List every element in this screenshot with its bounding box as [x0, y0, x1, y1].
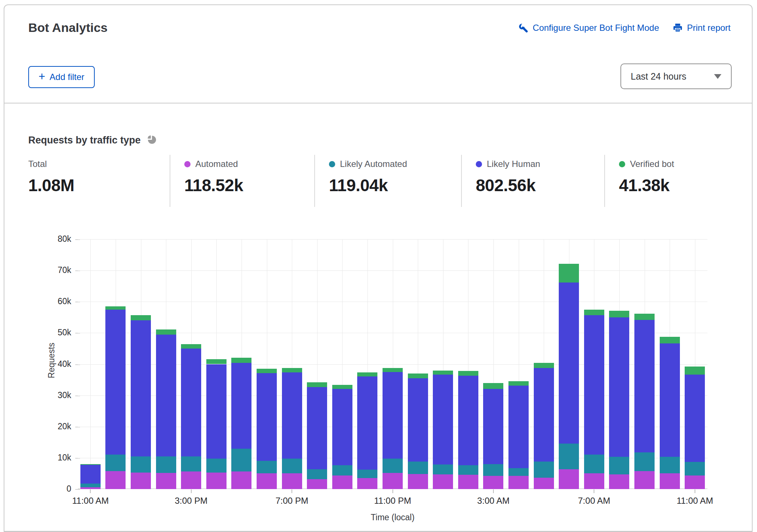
bar-segment[interactable]: [357, 376, 377, 470]
bar-segment[interactable]: [105, 310, 126, 455]
bar-segment[interactable]: [332, 385, 352, 389]
bar-segment[interactable]: [383, 372, 403, 459]
bar-segment[interactable]: [131, 315, 151, 320]
bar-segment[interactable]: [534, 368, 554, 462]
bar-segment[interactable]: [156, 335, 176, 456]
bar-segment[interactable]: [282, 473, 302, 489]
bar-segment[interactable]: [458, 376, 478, 465]
bar-segment[interactable]: [660, 457, 680, 473]
bar-segment[interactable]: [80, 464, 101, 465]
bar-segment[interactable]: [609, 474, 629, 489]
bar-segment[interactable]: [584, 455, 604, 474]
bar-segment[interactable]: [408, 474, 428, 489]
bar-segment[interactable]: [559, 469, 579, 489]
bar-segment[interactable]: [483, 464, 503, 476]
bar-segment[interactable]: [257, 369, 277, 373]
bar-segment[interactable]: [685, 475, 705, 489]
bar-segment[interactable]: [508, 476, 529, 489]
bar-segment[interactable]: [408, 374, 428, 378]
bar-segment[interactable]: [156, 456, 176, 473]
bar-segment[interactable]: [508, 381, 529, 386]
bar-segment[interactable]: [685, 375, 705, 462]
bar-segment[interactable]: [231, 449, 251, 471]
bar-segment[interactable]: [332, 475, 352, 489]
bar-segment[interactable]: [257, 473, 277, 489]
bar-segment[interactable]: [559, 444, 579, 469]
bar-segment[interactable]: [584, 310, 604, 315]
bar-segment[interactable]: [433, 375, 453, 464]
bar-segment[interactable]: [609, 317, 629, 457]
bar-segment[interactable]: [231, 363, 251, 449]
bar-segment[interactable]: [634, 452, 655, 471]
bar-segment[interactable]: [609, 311, 629, 317]
bar-segment[interactable]: [282, 368, 302, 373]
bar-segment[interactable]: [332, 389, 352, 466]
bar-segment[interactable]: [307, 382, 327, 387]
bar-segment[interactable]: [357, 372, 377, 376]
bar-segment[interactable]: [206, 473, 227, 489]
bar-segment[interactable]: [383, 368, 403, 372]
print-report-link[interactable]: Print report: [673, 23, 731, 33]
bar-segment[interactable]: [685, 367, 705, 375]
bar-segment[interactable]: [282, 372, 302, 458]
bar-segment[interactable]: [534, 363, 554, 368]
bar-segment[interactable]: [634, 314, 655, 320]
bar-segment[interactable]: [634, 320, 655, 453]
bar-segment[interactable]: [534, 462, 554, 478]
bar-segment[interactable]: [508, 386, 529, 468]
bar-segment[interactable]: [357, 478, 377, 489]
bar-segment[interactable]: [181, 349, 201, 456]
bar-segment[interactable]: [357, 470, 377, 478]
bar-segment[interactable]: [282, 459, 302, 474]
bar-segment[interactable]: [80, 465, 101, 483]
bar-segment[interactable]: [408, 378, 428, 462]
bar-segment[interactable]: [634, 471, 655, 489]
bar-segment[interactable]: [458, 475, 478, 489]
bar-segment[interactable]: [231, 471, 251, 489]
bar-segment[interactable]: [307, 469, 327, 479]
bar-segment[interactable]: [433, 464, 453, 474]
bar-segment[interactable]: [458, 371, 478, 376]
configure-super-bot-fight-mode-link[interactable]: Configure Super Bot Fight Mode: [518, 23, 659, 33]
bar-segment[interactable]: [660, 473, 680, 489]
bar-segment[interactable]: [131, 320, 151, 456]
bar-segment[interactable]: [131, 456, 151, 472]
bar-segment[interactable]: [559, 264, 579, 283]
bar-segment[interactable]: [685, 462, 705, 475]
bar-segment[interactable]: [131, 473, 151, 489]
bar-segment[interactable]: [156, 473, 176, 489]
bar-segment[interactable]: [408, 462, 428, 474]
time-range-select[interactable]: Last 24 hours: [620, 63, 732, 89]
bar-segment[interactable]: [534, 478, 554, 489]
bar-segment[interactable]: [483, 476, 503, 489]
bar-segment[interactable]: [231, 358, 251, 363]
bar-segment[interactable]: [383, 459, 403, 473]
bar-segment[interactable]: [156, 329, 176, 335]
bar-segment[interactable]: [257, 461, 277, 473]
bar-segment[interactable]: [660, 337, 680, 343]
bar-segment[interactable]: [508, 468, 529, 476]
bar-segment[interactable]: [660, 343, 680, 457]
bar-segment[interactable]: [609, 457, 629, 474]
bar-segment[interactable]: [105, 471, 126, 489]
bar-segment[interactable]: [105, 306, 126, 310]
bar-segment[interactable]: [433, 371, 453, 375]
bar-segment[interactable]: [181, 344, 201, 349]
bar-segment[interactable]: [483, 389, 503, 464]
bar-segment[interactable]: [584, 473, 604, 489]
bar-segment[interactable]: [206, 364, 227, 459]
bar-segment[interactable]: [80, 484, 101, 487]
bar-segment[interactable]: [181, 471, 201, 489]
bar-segment[interactable]: [307, 479, 327, 489]
bar-segment[interactable]: [584, 315, 604, 455]
bar-segment[interactable]: [181, 456, 201, 472]
bar-segment[interactable]: [332, 465, 352, 475]
bar-segment[interactable]: [483, 383, 503, 389]
add-filter-button[interactable]: + Add filter: [28, 66, 95, 88]
bar-segment[interactable]: [383, 473, 403, 489]
bar-segment[interactable]: [105, 455, 126, 471]
bar-segment[interactable]: [433, 474, 453, 489]
bar-segment[interactable]: [206, 459, 227, 472]
bar-segment[interactable]: [458, 465, 478, 475]
bar-segment[interactable]: [307, 387, 327, 470]
